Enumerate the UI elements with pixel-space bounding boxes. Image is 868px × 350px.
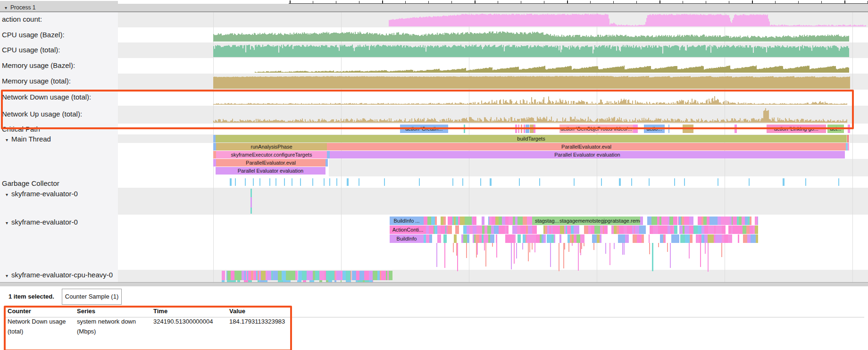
stack-spike[interactable] [605, 243, 606, 254]
trace-slice[interactable] [673, 217, 678, 225]
trace-slice[interactable] [454, 234, 457, 243]
trace-slice[interactable] [507, 225, 509, 234]
stack-spike[interactable] [466, 243, 467, 258]
trace-slice[interactable] [528, 225, 532, 234]
trace-slice[interactable] [435, 217, 437, 225]
trace-slice[interactable] [352, 271, 356, 280]
trace-slice[interactable] [282, 271, 285, 280]
trace-slice[interactable] [427, 217, 431, 225]
slice-parallelevaluator-eval[interactable]: ParallelEvaluator.eval [327, 143, 846, 150]
stack-spike[interactable] [496, 243, 497, 258]
slice[interactable] [683, 125, 693, 133]
trace-slice[interactable] [346, 271, 351, 280]
gc-tick[interactable] [347, 178, 349, 186]
gc-tick[interactable] [312, 178, 313, 186]
trace-slice[interactable] [523, 217, 527, 225]
gc-tick[interactable] [329, 178, 330, 186]
gc-tick[interactable] [235, 178, 236, 186]
stack-spike[interactable] [572, 243, 573, 246]
trace-slice[interactable] [557, 225, 560, 234]
trace-slice[interactable] [389, 271, 392, 280]
stack-spike[interactable] [670, 243, 671, 268]
trace-slice[interactable] [238, 271, 242, 280]
trace-slice[interactable] [698, 225, 701, 234]
gc-tick[interactable] [631, 178, 632, 186]
trace-slice[interactable] [499, 217, 502, 225]
trace-slice[interactable] [492, 217, 496, 225]
trace-slice[interactable] [690, 234, 693, 243]
trace-slice[interactable] [514, 234, 516, 243]
stack-spike[interactable] [453, 243, 454, 252]
trace-slice[interactable] [369, 271, 373, 280]
stack-spike[interactable] [559, 243, 559, 271]
gc-tick[interactable] [284, 178, 285, 186]
trace-slice[interactable] [531, 234, 536, 243]
gc-tick[interactable] [462, 178, 463, 186]
trace-slice[interactable] [473, 225, 476, 234]
trace-slice[interactable] [517, 225, 520, 234]
trace-slice[interactable] [750, 217, 751, 225]
evaluator-slice[interactable] [250, 197, 252, 208]
stack-spike[interactable] [529, 243, 530, 252]
stack-spike[interactable] [436, 243, 437, 267]
stack-spike[interactable] [593, 243, 594, 250]
stack-spike[interactable] [658, 243, 659, 247]
trace-slice[interactable] [543, 234, 546, 243]
trace-slice[interactable] [728, 234, 732, 243]
gc-tick[interactable] [336, 178, 337, 186]
slice[interactable] [848, 143, 849, 150]
slice[interactable] [847, 135, 849, 142]
slice-actionconti-[interactable]: ActionConti... [390, 225, 426, 234]
trace-slice[interactable] [755, 225, 758, 234]
gc-tick[interactable] [838, 178, 839, 186]
slice-stage-group[interactable]: stagstag...stagagememotstegjpgratstage.r… [532, 217, 640, 225]
trace-slice[interactable] [431, 217, 435, 225]
counter-cpu-usage-bazel-[interactable] [213, 32, 849, 42]
trace-slice[interactable] [522, 225, 526, 234]
stack-spike[interactable] [528, 243, 529, 261]
trace-slice[interactable] [448, 217, 452, 225]
trace-slice[interactable] [364, 271, 369, 280]
trace-slice[interactable] [482, 217, 484, 225]
stack-spike[interactable] [667, 243, 668, 252]
trace-slice[interactable] [443, 234, 447, 243]
trace-slice[interactable] [642, 234, 644, 243]
trace-slice[interactable] [261, 271, 266, 280]
trace-slice[interactable] [326, 271, 331, 280]
trace-slice[interactable] [499, 225, 502, 234]
trace-slice[interactable] [698, 217, 701, 225]
trace-slice[interactable] [724, 234, 728, 243]
gc-tick[interactable] [684, 178, 685, 186]
trace-slice[interactable] [709, 234, 714, 243]
slice[interactable] [464, 125, 465, 133]
trace-slice[interactable] [289, 271, 293, 280]
trace-slice[interactable] [685, 234, 690, 243]
stack-spike[interactable] [622, 243, 623, 255]
trace-slice[interactable] [231, 271, 235, 280]
trace-slice[interactable] [738, 225, 743, 234]
trace-slice[interactable] [273, 271, 278, 280]
gc-tick[interactable] [619, 178, 621, 186]
trace-slice[interactable] [475, 217, 477, 225]
gc-tick[interactable] [384, 178, 385, 186]
slice-skyframeexecutor-configuretargets[interactable]: skyframeExecutor.configureTargets [216, 151, 327, 158]
trace-slice[interactable] [443, 217, 446, 225]
trace-slice[interactable] [689, 225, 693, 234]
trace-slice[interactable] [743, 225, 746, 234]
stack-spike[interactable] [580, 243, 581, 253]
slice[interactable] [524, 125, 525, 133]
trace-slice[interactable] [743, 234, 747, 243]
stack-spike[interactable] [624, 243, 625, 255]
slice-parallel-evaluator-evaluation[interactable]: Parallel Evaluator evaluation [330, 151, 845, 158]
trace-slice[interactable] [424, 217, 427, 225]
trace-slice[interactable] [567, 225, 571, 234]
trace-slice[interactable] [658, 225, 662, 234]
stack-spike[interactable] [550, 243, 551, 267]
trace-slice[interactable] [429, 225, 434, 234]
trace-slice[interactable] [536, 234, 540, 243]
stack-spike[interactable] [649, 243, 650, 254]
gc-tick[interactable] [805, 178, 806, 186]
stack-spike[interactable] [522, 243, 523, 250]
trace-slice[interactable] [286, 271, 289, 280]
trace-slice[interactable] [649, 234, 650, 243]
